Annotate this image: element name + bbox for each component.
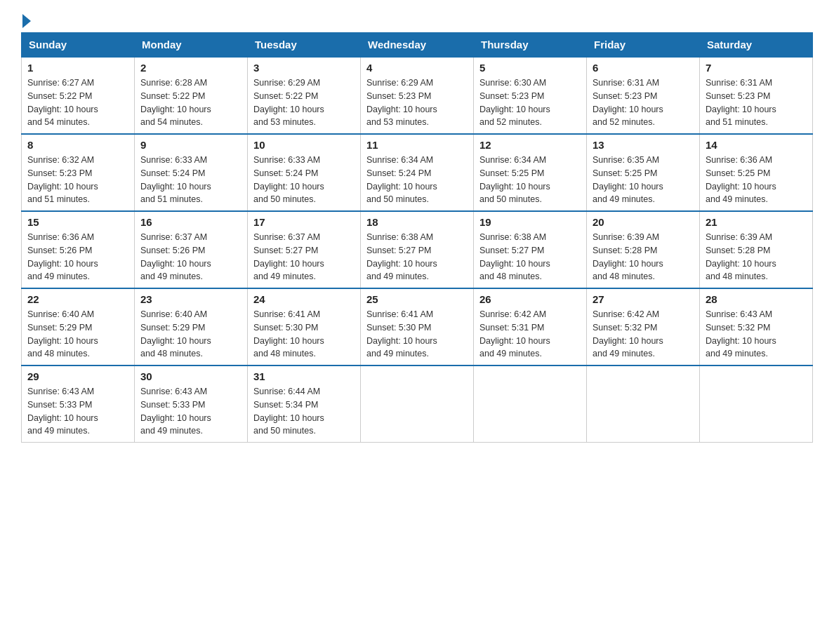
day-number: 14 <box>706 139 807 151</box>
header-tuesday: Tuesday <box>248 33 361 58</box>
calendar-cell: 21 Sunrise: 6:39 AMSunset: 5:28 PMDaylig… <box>700 211 813 288</box>
day-number: 25 <box>366 293 468 305</box>
day-info: Sunrise: 6:43 AMSunset: 5:32 PMDaylight:… <box>706 308 807 361</box>
calendar-cell: 19 Sunrise: 6:38 AMSunset: 5:27 PMDaylig… <box>474 211 587 288</box>
day-number: 3 <box>253 62 355 74</box>
day-number: 23 <box>140 293 241 305</box>
day-info: Sunrise: 6:42 AMSunset: 5:32 PMDaylight:… <box>593 308 694 361</box>
day-info: Sunrise: 6:40 AMSunset: 5:29 PMDaylight:… <box>27 308 128 361</box>
header-thursday: Thursday <box>474 33 587 58</box>
calendar-cell: 12 Sunrise: 6:34 AMSunset: 5:25 PMDaylig… <box>474 134 587 211</box>
day-number: 8 <box>27 139 128 151</box>
calendar-cell: 11 Sunrise: 6:34 AMSunset: 5:24 PMDaylig… <box>361 134 474 211</box>
day-info: Sunrise: 6:27 AMSunset: 5:22 PMDaylight:… <box>27 76 128 129</box>
logo-arrow-icon <box>22 14 31 28</box>
day-number: 5 <box>479 62 581 74</box>
calendar-cell: 9 Sunrise: 6:33 AMSunset: 5:24 PMDayligh… <box>135 134 248 211</box>
day-number: 4 <box>366 62 468 74</box>
day-info: Sunrise: 6:39 AMSunset: 5:28 PMDaylight:… <box>593 231 694 283</box>
calendar-cell <box>587 365 700 443</box>
calendar-cell: 22 Sunrise: 6:40 AMSunset: 5:29 PMDaylig… <box>22 288 135 365</box>
header <box>21 14 813 25</box>
day-number: 27 <box>593 293 694 305</box>
day-info: Sunrise: 6:36 AMSunset: 5:26 PMDaylight:… <box>27 231 128 283</box>
calendar-week-row: 8 Sunrise: 6:32 AMSunset: 5:23 PMDayligh… <box>22 134 813 211</box>
calendar-cell <box>474 365 587 443</box>
day-info: Sunrise: 6:31 AMSunset: 5:23 PMDaylight:… <box>593 76 694 129</box>
day-number: 2 <box>140 62 241 74</box>
calendar-cell: 25 Sunrise: 6:41 AMSunset: 5:30 PMDaylig… <box>361 288 474 365</box>
day-number: 19 <box>479 216 581 228</box>
day-number: 28 <box>706 293 807 305</box>
day-number: 20 <box>593 216 694 228</box>
calendar-table: Sunday Monday Tuesday Wednesday Thursday… <box>21 32 813 443</box>
calendar-week-row: 15 Sunrise: 6:36 AMSunset: 5:26 PMDaylig… <box>22 211 813 288</box>
day-info: Sunrise: 6:31 AMSunset: 5:23 PMDaylight:… <box>706 76 807 129</box>
calendar-header-row: Sunday Monday Tuesday Wednesday Thursday… <box>22 33 813 58</box>
day-number: 11 <box>366 139 468 151</box>
day-number: 24 <box>253 293 355 305</box>
day-number: 16 <box>140 216 241 228</box>
day-info: Sunrise: 6:36 AMSunset: 5:25 PMDaylight:… <box>706 154 807 206</box>
day-number: 30 <box>140 370 241 382</box>
calendar-cell: 1 Sunrise: 6:27 AMSunset: 5:22 PMDayligh… <box>22 57 135 134</box>
calendar-cell: 31 Sunrise: 6:44 AMSunset: 5:34 PMDaylig… <box>248 365 361 443</box>
day-info: Sunrise: 6:40 AMSunset: 5:29 PMDaylight:… <box>140 308 241 361</box>
day-info: Sunrise: 6:34 AMSunset: 5:25 PMDaylight:… <box>479 154 581 206</box>
calendar-cell: 24 Sunrise: 6:41 AMSunset: 5:30 PMDaylig… <box>248 288 361 365</box>
day-info: Sunrise: 6:42 AMSunset: 5:31 PMDaylight:… <box>479 308 581 361</box>
day-number: 9 <box>140 139 241 151</box>
calendar-cell: 28 Sunrise: 6:43 AMSunset: 5:32 PMDaylig… <box>700 288 813 365</box>
calendar-week-row: 1 Sunrise: 6:27 AMSunset: 5:22 PMDayligh… <box>22 57 813 134</box>
calendar-cell: 6 Sunrise: 6:31 AMSunset: 5:23 PMDayligh… <box>587 57 700 134</box>
header-monday: Monday <box>135 33 248 58</box>
day-info: Sunrise: 6:35 AMSunset: 5:25 PMDaylight:… <box>593 154 694 206</box>
calendar-cell: 23 Sunrise: 6:40 AMSunset: 5:29 PMDaylig… <box>135 288 248 365</box>
header-wednesday: Wednesday <box>361 33 474 58</box>
calendar-cell: 13 Sunrise: 6:35 AMSunset: 5:25 PMDaylig… <box>587 134 700 211</box>
day-number: 31 <box>253 370 355 382</box>
day-number: 29 <box>27 370 128 382</box>
calendar-cell: 30 Sunrise: 6:43 AMSunset: 5:33 PMDaylig… <box>135 365 248 443</box>
day-number: 17 <box>253 216 355 228</box>
day-info: Sunrise: 6:33 AMSunset: 5:24 PMDaylight:… <box>253 154 355 206</box>
day-number: 15 <box>27 216 128 228</box>
calendar-cell: 15 Sunrise: 6:36 AMSunset: 5:26 PMDaylig… <box>22 211 135 288</box>
calendar-cell: 16 Sunrise: 6:37 AMSunset: 5:26 PMDaylig… <box>135 211 248 288</box>
day-number: 13 <box>593 139 694 151</box>
day-info: Sunrise: 6:43 AMSunset: 5:33 PMDaylight:… <box>140 385 241 438</box>
calendar-cell: 7 Sunrise: 6:31 AMSunset: 5:23 PMDayligh… <box>700 57 813 134</box>
day-info: Sunrise: 6:29 AMSunset: 5:23 PMDaylight:… <box>366 76 468 129</box>
day-info: Sunrise: 6:37 AMSunset: 5:27 PMDaylight:… <box>253 231 355 283</box>
day-number: 22 <box>27 293 128 305</box>
calendar-cell <box>361 365 474 443</box>
day-info: Sunrise: 6:41 AMSunset: 5:30 PMDaylight:… <box>366 308 468 361</box>
day-info: Sunrise: 6:39 AMSunset: 5:28 PMDaylight:… <box>706 231 807 283</box>
header-friday: Friday <box>587 33 700 58</box>
calendar-week-row: 29 Sunrise: 6:43 AMSunset: 5:33 PMDaylig… <box>22 365 813 443</box>
day-info: Sunrise: 6:34 AMSunset: 5:24 PMDaylight:… <box>366 154 468 206</box>
calendar-cell: 17 Sunrise: 6:37 AMSunset: 5:27 PMDaylig… <box>248 211 361 288</box>
day-info: Sunrise: 6:28 AMSunset: 5:22 PMDaylight:… <box>140 76 241 129</box>
header-saturday: Saturday <box>700 33 813 58</box>
logo-area <box>21 14 31 25</box>
calendar-cell: 4 Sunrise: 6:29 AMSunset: 5:23 PMDayligh… <box>361 57 474 134</box>
day-info: Sunrise: 6:32 AMSunset: 5:23 PMDaylight:… <box>27 154 128 206</box>
day-info: Sunrise: 6:44 AMSunset: 5:34 PMDaylight:… <box>253 385 355 438</box>
day-number: 10 <box>253 139 355 151</box>
header-sunday: Sunday <box>22 33 135 58</box>
day-info: Sunrise: 6:30 AMSunset: 5:23 PMDaylight:… <box>479 76 581 129</box>
calendar-cell: 26 Sunrise: 6:42 AMSunset: 5:31 PMDaylig… <box>474 288 587 365</box>
day-info: Sunrise: 6:41 AMSunset: 5:30 PMDaylight:… <box>253 308 355 361</box>
calendar-cell: 8 Sunrise: 6:32 AMSunset: 5:23 PMDayligh… <box>22 134 135 211</box>
calendar-cell: 14 Sunrise: 6:36 AMSunset: 5:25 PMDaylig… <box>700 134 813 211</box>
day-info: Sunrise: 6:38 AMSunset: 5:27 PMDaylight:… <box>366 231 468 283</box>
calendar-cell: 2 Sunrise: 6:28 AMSunset: 5:22 PMDayligh… <box>135 57 248 134</box>
day-number: 21 <box>706 216 807 228</box>
day-number: 26 <box>479 293 581 305</box>
calendar-cell: 5 Sunrise: 6:30 AMSunset: 5:23 PMDayligh… <box>474 57 587 134</box>
day-number: 12 <box>479 139 581 151</box>
day-info: Sunrise: 6:37 AMSunset: 5:26 PMDaylight:… <box>140 231 241 283</box>
day-info: Sunrise: 6:38 AMSunset: 5:27 PMDaylight:… <box>479 231 581 283</box>
calendar-cell: 27 Sunrise: 6:42 AMSunset: 5:32 PMDaylig… <box>587 288 700 365</box>
